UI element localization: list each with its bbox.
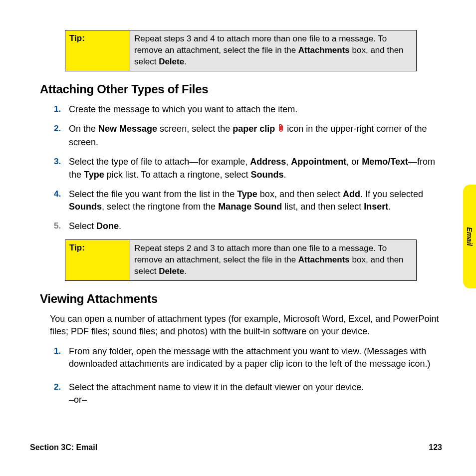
tip-box-1: Tip: Repeat steps 3 and 4 to attach more…	[65, 30, 417, 71]
intro-paragraph: You can open a number of attachment type…	[50, 313, 444, 338]
page-footer: Section 3C: Email 123	[30, 443, 442, 452]
footer-section: Section 3C: Email	[30, 443, 97, 452]
step-number: 2.	[54, 123, 61, 135]
footer-page: 123	[429, 443, 442, 452]
step-5: 5. Select Done.	[69, 220, 444, 233]
step-1: 1. Create the message to which you want …	[69, 103, 444, 116]
step-number: 2.	[54, 381, 61, 393]
paperclip-icon	[277, 124, 284, 136]
heading-viewing: Viewing Attachments	[40, 292, 441, 306]
tip-label: Tip:	[65, 240, 130, 280]
step-3: 3. Select the type of file to attach—for…	[69, 156, 444, 181]
document-page: Tip: Repeat steps 3 and 4 to attach more…	[0, 0, 476, 476]
step-number: 1.	[54, 103, 61, 115]
heading-attaching: Attaching Other Types of Files	[40, 82, 441, 96]
side-tab-label: Email	[466, 227, 474, 245]
step-number: 4.	[54, 188, 61, 200]
step-4: 4. Select the file you want from the lis…	[69, 188, 444, 213]
step-1: 1. From any folder, open the message wit…	[69, 345, 444, 370]
tip-label: Tip:	[65, 30, 130, 71]
tip-body: Repeat steps 2 and 3 to attach more than…	[130, 240, 416, 280]
steps-viewing: 1. From any folder, open the message wit…	[69, 345, 444, 407]
step-number: 3.	[54, 156, 61, 168]
step-2: 2. On the New Message screen, select the…	[69, 123, 444, 149]
steps-attaching: 1. Create the message to which you want …	[69, 103, 444, 233]
side-tab: Email	[463, 185, 476, 288]
tip-body: Repeat steps 3 and 4 to attach more than…	[130, 30, 416, 71]
step-2: 2. Select the attachment name to view it…	[69, 381, 444, 406]
step-number: 1.	[54, 345, 61, 357]
step-number: 5.	[54, 220, 61, 232]
tip-box-2: Tip: Repeat steps 2 and 3 to attach more…	[65, 239, 417, 281]
